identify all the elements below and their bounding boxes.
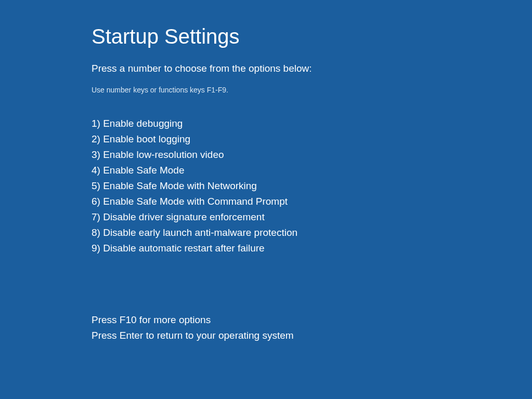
option-enable-debugging[interactable]: 1) Enable debugging xyxy=(92,116,532,131)
option-enable-boot-logging[interactable]: 2) Enable boot logging xyxy=(92,131,532,147)
option-disable-driver-signature-enforcement[interactable]: 7) Disable driver signature enforcement xyxy=(92,209,532,225)
page-title: Startup Settings xyxy=(92,25,532,48)
more-options-hint: Press F10 for more options xyxy=(92,312,532,328)
return-hint: Press Enter to return to your operating … xyxy=(92,328,532,343)
option-disable-early-launch-anti-malware[interactable]: 8) Disable early launch anti-malware pro… xyxy=(92,225,532,241)
footer-instructions: Press F10 for more options Press Enter t… xyxy=(92,312,532,343)
instructions-subtitle: Press a number to choose from the option… xyxy=(92,63,532,74)
option-enable-safe-mode-networking[interactable]: 5) Enable Safe Mode with Networking xyxy=(92,178,532,194)
options-list: 1) Enable debugging 2) Enable boot loggi… xyxy=(92,116,532,256)
startup-settings-screen: Startup Settings Press a number to choos… xyxy=(0,0,532,343)
option-enable-safe-mode-command-prompt[interactable]: 6) Enable Safe Mode with Command Prompt xyxy=(92,194,532,209)
option-enable-safe-mode[interactable]: 4) Enable Safe Mode xyxy=(92,163,532,178)
option-enable-low-resolution-video[interactable]: 3) Enable low-resolution video xyxy=(92,147,532,163)
option-disable-automatic-restart[interactable]: 9) Disable automatic restart after failu… xyxy=(92,241,532,256)
instructions-hint: Use number keys or functions keys F1-F9. xyxy=(92,86,532,94)
